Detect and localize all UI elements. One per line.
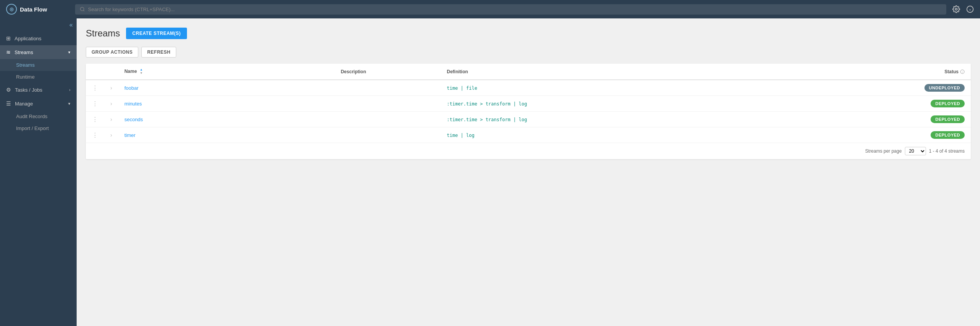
- import-export-label: Import / Export: [16, 125, 49, 131]
- row-action-dots[interactable]: ⋮: [92, 100, 98, 107]
- stream-definition: :timer.time > transform | log: [447, 101, 527, 107]
- manage-label: Manage: [15, 101, 33, 107]
- pagination-range: 1 - 4 of 4 streams: [929, 148, 965, 154]
- pagination-bar: Streams per page 20 50 100 1 - 4 of 4 st…: [86, 143, 971, 159]
- tasks-jobs-label: Tasks / Jobs: [15, 87, 43, 93]
- row-action-dots[interactable]: ⋮: [92, 84, 98, 92]
- sidebar-sub-item-runtime[interactable]: Runtime: [0, 71, 77, 83]
- runtime-label: Runtime: [16, 74, 34, 80]
- table-row: ⋮ › timer time | log DEPLOYED: [86, 127, 971, 143]
- streams-table-container: Name ▲ ▼ Description Definition Status: [86, 64, 971, 159]
- sort-desc-icon: ▼: [140, 72, 143, 75]
- table-row: ⋮ › foobar time | file UNDEPLOYED: [86, 80, 971, 96]
- row-action-dots[interactable]: ⋮: [92, 116, 98, 123]
- topbar-actions: [952, 5, 974, 13]
- row-action-dots[interactable]: ⋮: [92, 132, 98, 139]
- audit-records-label: Audit Records: [16, 114, 48, 119]
- status-info-icon: [960, 69, 965, 74]
- col-header-expand: [104, 64, 118, 80]
- row-expand-button[interactable]: ›: [110, 132, 112, 138]
- col-header-name[interactable]: Name ▲ ▼: [118, 64, 335, 80]
- streams-icon: ≋: [6, 49, 11, 55]
- stream-definition: time | file: [447, 86, 477, 91]
- row-expand-button[interactable]: ›: [110, 100, 112, 107]
- per-page-label: Streams per page: [865, 148, 901, 154]
- status-badge: DEPLOYED: [931, 100, 965, 107]
- streams-table: Name ▲ ▼ Description Definition Status: [86, 64, 971, 143]
- streams-list-label: Streams: [16, 62, 34, 68]
- sidebar-sub-item-audit-records[interactable]: Audit Records: [0, 110, 77, 122]
- sidebar-item-streams[interactable]: ≋ Streams ▾: [0, 45, 77, 59]
- applications-label: Applications: [15, 36, 41, 41]
- search-icon: [80, 7, 85, 12]
- per-page-select[interactable]: 20 50 100: [905, 147, 926, 155]
- stream-description: [334, 127, 441, 143]
- collapse-icon: «: [69, 21, 73, 28]
- applications-icon: ⊞: [6, 35, 11, 41]
- stream-description: [334, 80, 441, 96]
- sort-icons-name: ▲ ▼: [140, 68, 143, 75]
- sort-asc-icon: ▲: [140, 68, 143, 71]
- stream-definition: :timer.time > transform | log: [447, 117, 527, 122]
- status-badge: DEPLOYED: [931, 115, 965, 123]
- app-logo: ◎ Data Flow: [6, 4, 75, 15]
- stream-name-link[interactable]: timer: [125, 132, 136, 138]
- sidebar-item-manage[interactable]: ☰ Manage ▾: [0, 97, 77, 110]
- stream-name-link[interactable]: minutes: [125, 101, 142, 107]
- search-input[interactable]: [88, 7, 942, 12]
- stream-description: [334, 112, 441, 127]
- manage-icon: ☰: [6, 100, 11, 107]
- table-header-row: Name ▲ ▼ Description Definition Status: [86, 64, 971, 80]
- logo-icon: ◎: [6, 4, 17, 15]
- stream-name-link[interactable]: foobar: [125, 85, 139, 91]
- chevron-down-icon-manage: ▾: [68, 101, 70, 106]
- topbar: ◎ Data Flow: [0, 0, 980, 18]
- page-header: Streams CREATE STREAM(S): [86, 28, 971, 39]
- sidebar-sub-item-import-export[interactable]: Import / Export: [0, 122, 77, 134]
- status-badge: DEPLOYED: [931, 131, 965, 139]
- sidebar-sub-item-streams-list[interactable]: Streams: [0, 59, 77, 71]
- toolbar: GROUP ACTIONS REFRESH: [86, 47, 971, 58]
- stream-description: [334, 96, 441, 112]
- svg-point-0: [80, 7, 84, 11]
- row-expand-button[interactable]: ›: [110, 116, 112, 122]
- table-row: ⋮ › minutes :timer.time > transform | lo…: [86, 96, 971, 112]
- streams-label: Streams: [15, 49, 33, 55]
- settings-icon[interactable]: [952, 5, 960, 13]
- stream-definition: time | log: [447, 133, 474, 138]
- col-header-status: Status: [819, 64, 971, 80]
- refresh-button[interactable]: REFRESH: [141, 47, 176, 58]
- main-content: Streams CREATE STREAM(S) GROUP ACTIONS R…: [77, 18, 980, 326]
- search-bar[interactable]: [75, 4, 946, 15]
- row-expand-button[interactable]: ›: [110, 85, 112, 91]
- status-badge: UNDEPLOYED: [924, 84, 965, 92]
- col-header-description: Description: [334, 64, 441, 80]
- sidebar-item-applications[interactable]: ⊞ Applications: [0, 31, 77, 45]
- stream-name-link[interactable]: seconds: [125, 117, 143, 122]
- chevron-down-icon: ▾: [68, 50, 70, 55]
- info-icon[interactable]: [966, 5, 974, 13]
- tasks-icon: ⚙: [6, 87, 11, 93]
- create-streams-button[interactable]: CREATE STREAM(S): [126, 28, 187, 39]
- col-header-definition: Definition: [441, 64, 819, 80]
- col-header-action: [86, 64, 104, 80]
- page-title: Streams: [86, 28, 120, 39]
- app-layout: « ⊞ Applications ≋ Streams ▾ Streams Run…: [0, 18, 980, 326]
- app-title: Data Flow: [20, 6, 47, 13]
- sidebar-collapse-button[interactable]: «: [0, 18, 77, 31]
- sidebar: « ⊞ Applications ≋ Streams ▾ Streams Run…: [0, 18, 77, 326]
- streams-table-body: ⋮ › foobar time | file UNDEPLOYED ⋮ ›: [86, 80, 971, 143]
- chevron-right-icon: ›: [69, 87, 70, 92]
- table-row: ⋮ › seconds :timer.time > transform | lo…: [86, 112, 971, 127]
- sidebar-item-tasks-jobs[interactable]: ⚙ Tasks / Jobs ›: [0, 83, 77, 97]
- svg-point-1: [955, 8, 957, 10]
- group-actions-button[interactable]: GROUP ACTIONS: [86, 47, 138, 58]
